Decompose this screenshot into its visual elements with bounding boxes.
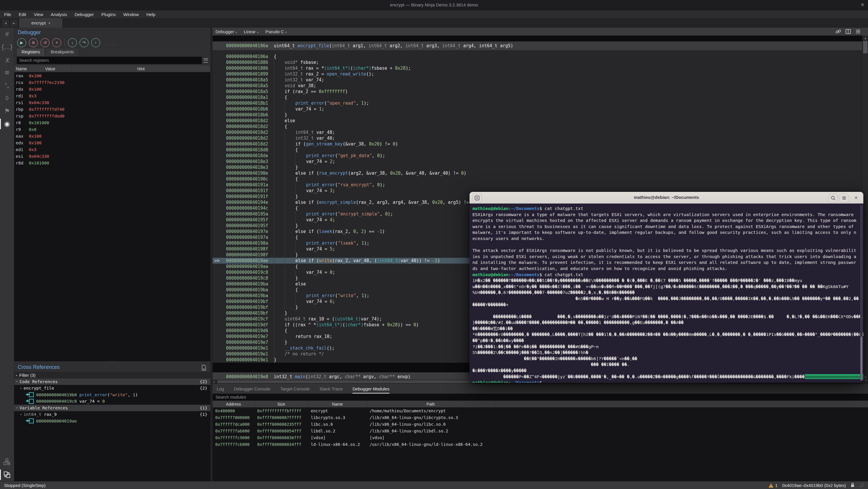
xref-group-row[interactable]: ▾Variable References{1} [14, 405, 210, 411]
window-close-icon[interactable]: ✕ [861, 2, 865, 7]
splitter-grip[interactable]: ······ [14, 44, 210, 46]
module-row[interactable]: 0x7ffff78000000xffff8000087ffffflibcrypt… [213, 414, 868, 421]
stack-view-icon[interactable]: ≋ [0, 66, 14, 79]
dock-tab-log[interactable]: Log [217, 386, 224, 394]
code-line[interactable]: 00000000004018a5void var_38; [213, 83, 862, 89]
code-line[interactable]: 00000000004018a5int32_t var_74; [213, 77, 862, 83]
code-line[interactable]: 00000000004018e3var_74 = 2; [213, 159, 862, 165]
terminal-scrollbar[interactable] [860, 205, 863, 381]
register-row[interactable]: edx0x100 [14, 139, 210, 146]
dock-tab-debugger-modules[interactable]: Debugger Modules [352, 386, 390, 394]
register-row[interactable]: rdi0x3 [14, 92, 210, 99]
menu-view[interactable]: View [34, 12, 43, 17]
code-line[interactable]: 000000000040190eelse if (rsa_encrypt(arg… [213, 170, 862, 176]
module-row[interactable]: 0x7ffff7fab0000xffff800008054ffflibdl.so… [213, 428, 868, 434]
terminal-close-icon[interactable]: × [852, 193, 861, 202]
xref-sym-row[interactable]: ▾int64_t rax_9{1} [14, 411, 210, 418]
code-line[interactable]: 00000000004018d2{ [213, 124, 862, 130]
code-line[interactable]: 00000000004018e3} [213, 165, 862, 170]
code-line[interactable]: 00000000004018d2int64_t var_48; [213, 130, 862, 135]
menu-analysis[interactable]: Analysis [51, 12, 67, 17]
tab-encrypt[interactable]: encrypt ● [19, 18, 62, 28]
module-row[interactable]: 0x7ffff7fcb0000xffff800008034fffld-linux… [213, 441, 868, 448]
menu-help[interactable]: Help [147, 12, 156, 17]
code-line[interactable]: 00000000004018d2if (gen_stream_key(&var_… [213, 141, 862, 147]
xref-group-row[interactable]: ▾Code References{2} [14, 378, 210, 385]
register-row[interactable]: edi0x3 [14, 146, 210, 153]
xref-leaf-row[interactable]: 00000000004019ae [14, 418, 210, 425]
menu-edit[interactable]: Edit [19, 12, 26, 17]
code-line[interactable]: 0000000000401899int32_t rax_2 = open_rea… [213, 71, 862, 77]
code-line[interactable]: 00000000004018d2else [213, 118, 862, 124]
warning-badge[interactable]: 1 [768, 483, 777, 488]
scroll-left-icon[interactable]: ◂ [213, 380, 215, 383]
register-row[interactable]: r8d0x101000 [14, 160, 210, 166]
history-back-button[interactable]: ◂ [1, 19, 10, 27]
code-line[interactable]: 000000000040190c{ [213, 176, 862, 182]
strings-icon[interactable]: “„ [0, 79, 14, 92]
scroll-up-icon[interactable]: ▲ [863, 35, 868, 40]
function-signature-row[interactable]: 000000000040186auint64_t encrypt_file(in… [213, 41, 868, 50]
module-row[interactable]: 0x7ffff7fc90000xffff800008036fff[vdso][v… [213, 434, 868, 441]
view-switcher-icon[interactable] [0, 468, 14, 481]
register-row[interactable]: rsp0x7fffffffded0 [14, 113, 210, 119]
panel-menu-icon[interactable] [855, 29, 861, 35]
code-line[interactable]: 000000000040191aprint_error("rsa_encrypt… [213, 182, 862, 188]
vertical-splitter[interactable] [210, 28, 213, 481]
register-row[interactable]: rdx0x100 [14, 86, 210, 92]
register-row[interactable]: esi0x64c330 [14, 153, 210, 160]
code-line[interactable]: 00000000004018a5if (rax_2 == 0xffffffff) [213, 89, 862, 94]
lock-icon[interactable] [850, 483, 855, 488]
xref-leaf-row[interactable]: 00000000004019b0 print_error("write", 1) [14, 392, 210, 398]
register-row[interactable]: eax0x100 [14, 133, 210, 139]
menu-file[interactable]: File [4, 12, 11, 17]
split-view-icon[interactable] [845, 29, 851, 35]
view-menu-pseudo-c[interactable]: Pseudo C▾ [265, 29, 287, 34]
tab-registers[interactable]: Registers [17, 48, 45, 56]
menu-window[interactable]: Window [123, 12, 138, 17]
menu-debugger[interactable]: Debugger [74, 12, 94, 17]
xref-leaf-row[interactable]: 00000000004019c8 var_74 = 0 [14, 398, 210, 405]
history-forward-button[interactable]: ▸ [10, 19, 18, 27]
scrollbar-thumb[interactable] [863, 41, 867, 53]
search-registers-input[interactable] [17, 57, 202, 64]
register-row[interactable]: rax0x100 [14, 72, 210, 79]
tab-breakpoints[interactable]: Breakpoints [46, 48, 79, 56]
register-row[interactable]: r90x0 [14, 126, 210, 133]
resize-grip[interactable] [859, 483, 863, 488]
register-row[interactable]: rsi0x64c330 [14, 99, 210, 106]
debugger-icon[interactable]: ◉ [0, 117, 14, 130]
terminal-window[interactable]: mathieu@debian: ~/Documents × mathieu@de… [469, 192, 863, 382]
register-row[interactable]: rcx0x7ffff7ec2190 [14, 79, 210, 86]
code-line[interactable]: 00000000004018deprint_error("get_pk_data… [213, 153, 862, 159]
dock-tab-debugger-console[interactable]: Debugger Console [234, 386, 270, 394]
code-line[interactable]: 0000000000401886int64_t rax = *(int64_t*… [213, 65, 862, 71]
register-options-icon[interactable] [204, 58, 208, 63]
register-row[interactable]: r80x101000 [14, 119, 210, 126]
graph-view-icon[interactable] [0, 456, 14, 468]
search-modules-input[interactable] [213, 394, 868, 401]
xref-sym-row[interactable]: ▾encrypt_file{2} [14, 385, 210, 392]
code-line[interactable]: 00000000004018b6} [213, 112, 862, 118]
terminal-output[interactable]: mathieu@debian:~/Documents$ cat chatgpt.… [469, 204, 863, 382]
xref-filter-row[interactable]: ▸Filter (3) [14, 372, 210, 378]
sync-link-icon[interactable] [835, 29, 841, 35]
terminal-menu-icon[interactable] [839, 193, 849, 203]
view-menu-linear[interactable]: Linear▾ [244, 29, 258, 34]
scrollbar-thumb[interactable] [861, 337, 863, 380]
code-line[interactable]: 0000000000401886void* fsbase; [213, 59, 862, 65]
dock-tab-stack-trace[interactable]: Stack Trace [319, 386, 343, 394]
terminal-titlebar[interactable]: mathieu@debian: ~/Documents × [469, 192, 863, 204]
register-row[interactable]: rbp0x7fffffffdf40 [14, 106, 210, 113]
code-line[interactable]: 00000000004018d0{ [213, 147, 862, 153]
code-line[interactable]: 000000000040186a{ [213, 54, 862, 59]
memory-map-icon[interactable]: ⚑ [0, 105, 14, 117]
new-pane-icon[interactable] [202, 365, 206, 372]
terminal-search-icon[interactable] [828, 193, 838, 203]
dock-tab-target-console[interactable]: Target Console [280, 386, 310, 394]
code-line[interactable]: 00000000004018a1{ [213, 94, 862, 100]
code-line[interactable]: 00000000004018b6var_74 = 1; [213, 106, 862, 112]
module-row[interactable]: 0x4000000xffffffffffbfffffencrypt/home/m… [213, 407, 868, 414]
view-menu-debugger[interactable]: Debugger▾ [216, 29, 237, 34]
code-line[interactable]: 00000000004018d2int32_t var_40; [213, 135, 862, 141]
